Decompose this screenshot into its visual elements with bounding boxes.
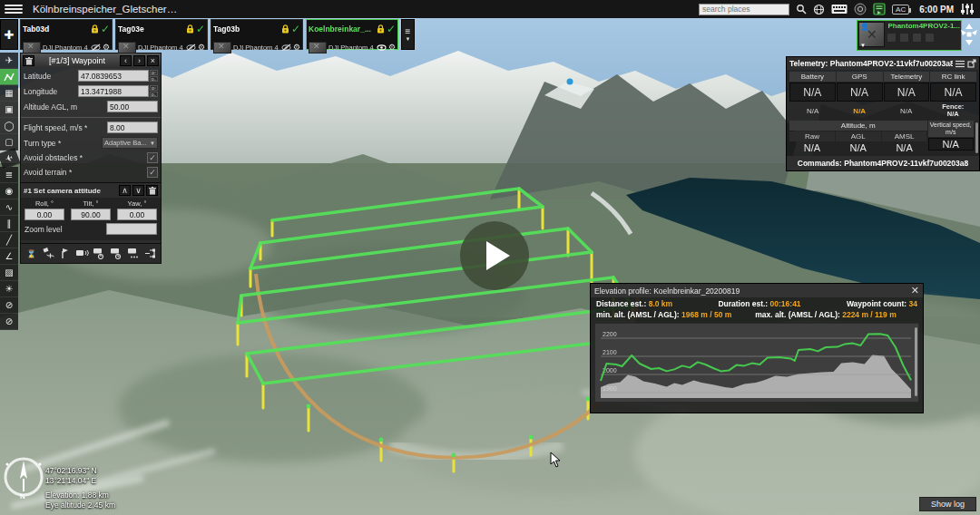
search-input[interactable] <box>699 4 789 15</box>
lock-icon[interactable] <box>377 21 385 37</box>
yaw-field[interactable] <box>117 209 157 220</box>
video-play-button[interactable] <box>460 221 529 290</box>
tab-settings-gear-icon[interactable]: ⚙ <box>388 44 396 52</box>
telemetry-list-icon[interactable] <box>956 55 965 72</box>
restricted-zone-1-icon[interactable]: ⊘ <box>0 297 18 314</box>
duration-label: Duration est.: <box>718 299 768 308</box>
delete-action-icon[interactable] <box>146 185 158 196</box>
ugcs-app-window: Kölnbreinspeicher_Gletscher… AC 6:00 PM <box>0 0 980 515</box>
move-action-down-button[interactable]: ∨ <box>132 185 144 196</box>
tab-route-3[interactable]: Tag03b ✓ DJI Phantom 4 ... ⚙ <box>211 19 303 50</box>
routes-list-dropdown-button[interactable]: ≡▼ <box>401 19 415 50</box>
eye-off-icon[interactable] <box>91 39 101 55</box>
tab-settings-gear-icon[interactable]: ⚙ <box>103 44 110 52</box>
tab-settings-gear-icon[interactable]: ⚙ <box>198 44 205 52</box>
perimeter-tool-icon[interactable]: ▢ <box>0 134 18 151</box>
svg-text:2100: 2100 <box>603 349 617 355</box>
lock-icon[interactable] <box>281 21 289 37</box>
camera-shot-action-icon[interactable] <box>93 247 106 260</box>
camera-by-distance-action-icon[interactable] <box>126 247 140 260</box>
telemetry-col-telemetry: Telemetry <box>884 72 930 82</box>
spiral-tool-icon[interactable]: ◉ <box>0 183 18 199</box>
alt-amsl-value: N/A <box>882 141 927 154</box>
prev-waypoint-button[interactable]: ‹ <box>120 55 132 66</box>
avoid-terrain-checkbox[interactable]: ✓ <box>147 167 158 178</box>
telemetry-scrollbar[interactable] <box>975 122 978 153</box>
camera-record-action-icon[interactable] <box>75 247 89 260</box>
distance-label: Distance est.: <box>596 299 646 308</box>
eye-off-icon[interactable] <box>281 39 291 55</box>
tilt-field[interactable] <box>71 209 111 220</box>
drone-thumbnail <box>309 42 327 53</box>
altitude-agl-field[interactable] <box>107 101 158 112</box>
tab-route-1[interactable]: Tab03d ✓ DJI Phantom 4 ... ⚙ <box>20 19 113 50</box>
elevation-chart-scrollbar[interactable] <box>915 327 917 396</box>
delete-waypoint-icon[interactable] <box>23 55 34 66</box>
roll-field[interactable] <box>24 209 64 220</box>
power-status-badge: AC <box>892 5 909 15</box>
latitude-label: Latitude <box>24 72 75 81</box>
tab-route-2[interactable]: Tag03e ✓ DJI Phantom 4 ... ⚙ <box>115 19 208 50</box>
commands-bar[interactable]: Commands: Phantom4PROV2-11vkf7u00203a8 <box>787 156 979 170</box>
sun-brightness-tool-icon[interactable]: ☀ <box>0 281 18 297</box>
roll-label: Roll, ° <box>24 199 64 208</box>
vspeed-value: N/A <box>928 138 975 151</box>
turn-type-dropdown[interactable]: Adaptive Ba...▼ <box>102 137 158 149</box>
route-transition-action-icon[interactable] <box>143 247 157 260</box>
circle-tool-icon[interactable]: ◯ <box>0 118 18 134</box>
display-settings-icon[interactable] <box>960 2 975 16</box>
avoid-obstacles-checkbox[interactable]: ✓ <box>147 152 158 163</box>
latitude-field[interactable] <box>78 70 149 82</box>
video-widget-icon[interactable] <box>873 2 886 16</box>
compass-control[interactable]: N <box>2 452 45 502</box>
telemetry-popout-icon[interactable] <box>967 55 976 72</box>
waypoint-count-value: 34 <box>909 299 917 308</box>
joystick-control-icon[interactable] <box>959 24 979 49</box>
max-alt-label: max. alt. (AMSL / AGL): <box>755 310 840 319</box>
top-menu-bar: Kölnbreinspeicher_Gletscher… AC 6:00 PM <box>0 0 980 18</box>
camera-by-time-action-icon[interactable] <box>110 247 123 260</box>
main-menu-button[interactable] <box>0 0 27 18</box>
lock-icon[interactable] <box>186 21 194 37</box>
eye-off-icon[interactable] <box>186 39 196 55</box>
measure-tool-icon[interactable]: ╱ <box>0 232 18 248</box>
angle-tool-icon[interactable]: ∠ <box>0 248 18 265</box>
wait-action-icon[interactable]: ⌛ <box>24 247 38 260</box>
corridor-tool-icon[interactable]: ∥ <box>0 216 18 232</box>
search-pattern-tool-icon[interactable]: ∿ <box>0 199 18 216</box>
lock-icon[interactable] <box>91 21 99 37</box>
zoom-level-field[interactable] <box>106 223 157 235</box>
longitude-field[interactable] <box>78 85 149 97</box>
ugcs-logo-icon[interactable] <box>854 2 867 16</box>
globe-icon[interactable] <box>813 2 825 16</box>
clock: 6:00 PM <box>919 5 954 15</box>
no-fly-zone-tool-icon[interactable]: ▨ <box>0 265 18 281</box>
camera-attitude-action-icon[interactable] <box>42 247 55 260</box>
close-waypoint-panel-button[interactable]: × <box>147 55 159 66</box>
tab-settings-gear-icon[interactable]: ⚙ <box>293 44 300 52</box>
min-alt-label: min. alt. (AMSL / AGL): <box>596 310 680 319</box>
active-vehicle-card[interactable]: 👤 ✕ ▼ Phantom4PROV2-1... <box>857 20 962 51</box>
search-icon[interactable] <box>796 2 807 16</box>
area-scan-tool-icon[interactable]: ▦ <box>0 85 18 102</box>
chevron-down-icon[interactable]: ▼ <box>860 43 866 48</box>
move-action-up-button[interactable]: ∧ <box>119 185 131 196</box>
flight-speed-field[interactable] <box>107 121 158 133</box>
add-route-button[interactable]: ✚ <box>0 19 18 50</box>
takeoff-tool-icon[interactable]: ✈ <box>0 53 18 69</box>
show-log-button[interactable]: Show log <box>919 497 976 511</box>
close-elevation-panel-button[interactable]: ✕ <box>911 285 919 296</box>
poi-action-icon[interactable] <box>58 247 72 260</box>
min-alt-value: 1968 m / 50 m <box>681 310 731 319</box>
elevation-chart[interactable]: 1900200021002200 <box>594 323 919 403</box>
restricted-zone-2-icon[interactable]: ⊘ <box>0 314 18 330</box>
waypoint-tool-icon[interactable] <box>0 69 18 85</box>
tab-route-4-active[interactable]: Koelnbreinkar_... ✓ DJI Phantom 4 ... ⚙ <box>306 19 398 50</box>
next-waypoint-button[interactable]: › <box>133 55 145 66</box>
cursor-longitude: 13°21'14.04" E <box>45 476 115 486</box>
keyboard-icon[interactable] <box>831 2 848 16</box>
latitude-format-toggle[interactable]: D°D.. <box>150 70 158 82</box>
longitude-format-toggle[interactable]: D°D.. <box>150 85 158 97</box>
eye-on-icon[interactable] <box>377 39 387 55</box>
photogrammetry-tool-icon[interactable]: ▣ <box>0 102 18 118</box>
